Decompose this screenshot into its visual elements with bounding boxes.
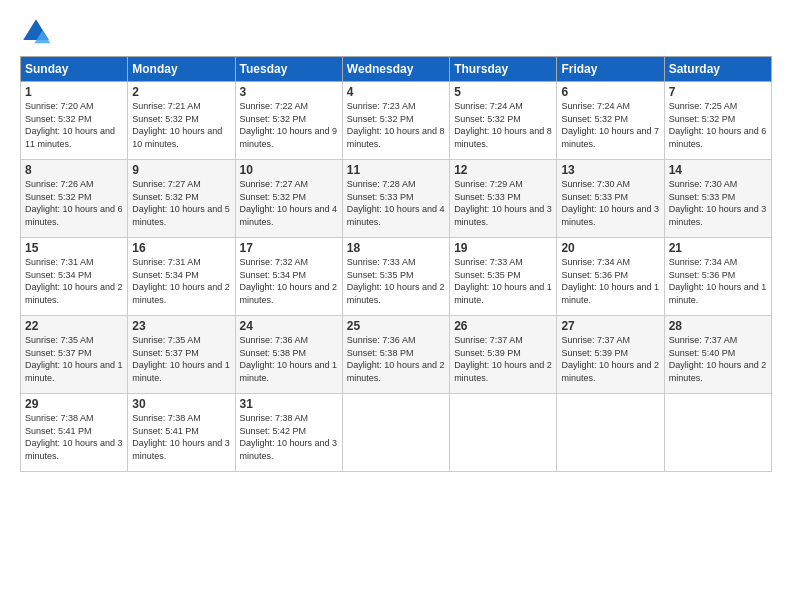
calendar-day-cell: 12 Sunrise: 7:29 AMSunset: 5:33 PMDaylig…	[450, 160, 557, 238]
day-info: Sunrise: 7:37 AMSunset: 5:39 PMDaylight:…	[454, 335, 552, 383]
day-number: 11	[347, 163, 445, 177]
day-info: Sunrise: 7:24 AMSunset: 5:32 PMDaylight:…	[454, 101, 552, 149]
logo	[20, 16, 58, 48]
day-number: 14	[669, 163, 767, 177]
calendar-day-cell: 27 Sunrise: 7:37 AMSunset: 5:39 PMDaylig…	[557, 316, 664, 394]
day-info: Sunrise: 7:33 AMSunset: 5:35 PMDaylight:…	[454, 257, 552, 305]
day-number: 21	[669, 241, 767, 255]
day-number: 1	[25, 85, 123, 99]
calendar-day-cell: 22 Sunrise: 7:35 AMSunset: 5:37 PMDaylig…	[21, 316, 128, 394]
day-info: Sunrise: 7:32 AMSunset: 5:34 PMDaylight:…	[240, 257, 338, 305]
calendar-day-cell: 18 Sunrise: 7:33 AMSunset: 5:35 PMDaylig…	[342, 238, 449, 316]
day-info: Sunrise: 7:28 AMSunset: 5:33 PMDaylight:…	[347, 179, 445, 227]
calendar: SundayMondayTuesdayWednesdayThursdayFrid…	[20, 56, 772, 472]
calendar-day-cell: 21 Sunrise: 7:34 AMSunset: 5:36 PMDaylig…	[664, 238, 771, 316]
day-number: 9	[132, 163, 230, 177]
day-number: 15	[25, 241, 123, 255]
day-info: Sunrise: 7:24 AMSunset: 5:32 PMDaylight:…	[561, 101, 659, 149]
day-info: Sunrise: 7:36 AMSunset: 5:38 PMDaylight:…	[240, 335, 338, 383]
day-info: Sunrise: 7:27 AMSunset: 5:32 PMDaylight:…	[240, 179, 338, 227]
calendar-day-cell: 30 Sunrise: 7:38 AMSunset: 5:41 PMDaylig…	[128, 394, 235, 472]
day-info: Sunrise: 7:27 AMSunset: 5:32 PMDaylight:…	[132, 179, 230, 227]
calendar-day-cell: 16 Sunrise: 7:31 AMSunset: 5:34 PMDaylig…	[128, 238, 235, 316]
calendar-day-cell: 23 Sunrise: 7:35 AMSunset: 5:37 PMDaylig…	[128, 316, 235, 394]
weekday-header: Sunday	[21, 57, 128, 82]
calendar-day-cell: 25 Sunrise: 7:36 AMSunset: 5:38 PMDaylig…	[342, 316, 449, 394]
calendar-day-cell: 2 Sunrise: 7:21 AMSunset: 5:32 PMDayligh…	[128, 82, 235, 160]
calendar-day-cell: 5 Sunrise: 7:24 AMSunset: 5:32 PMDayligh…	[450, 82, 557, 160]
day-number: 12	[454, 163, 552, 177]
day-number: 23	[132, 319, 230, 333]
day-number: 10	[240, 163, 338, 177]
day-info: Sunrise: 7:26 AMSunset: 5:32 PMDaylight:…	[25, 179, 123, 227]
calendar-week-row: 8 Sunrise: 7:26 AMSunset: 5:32 PMDayligh…	[21, 160, 772, 238]
day-number: 27	[561, 319, 659, 333]
calendar-day-cell: 17 Sunrise: 7:32 AMSunset: 5:34 PMDaylig…	[235, 238, 342, 316]
day-info: Sunrise: 7:38 AMSunset: 5:41 PMDaylight:…	[132, 413, 230, 461]
day-number: 6	[561, 85, 659, 99]
day-info: Sunrise: 7:31 AMSunset: 5:34 PMDaylight:…	[132, 257, 230, 305]
day-info: Sunrise: 7:35 AMSunset: 5:37 PMDaylight:…	[132, 335, 230, 383]
day-number: 17	[240, 241, 338, 255]
day-info: Sunrise: 7:33 AMSunset: 5:35 PMDaylight:…	[347, 257, 445, 305]
calendar-day-cell: 20 Sunrise: 7:34 AMSunset: 5:36 PMDaylig…	[557, 238, 664, 316]
calendar-day-cell: 26 Sunrise: 7:37 AMSunset: 5:39 PMDaylig…	[450, 316, 557, 394]
day-number: 7	[669, 85, 767, 99]
calendar-day-cell: 24 Sunrise: 7:36 AMSunset: 5:38 PMDaylig…	[235, 316, 342, 394]
calendar-day-cell: 11 Sunrise: 7:28 AMSunset: 5:33 PMDaylig…	[342, 160, 449, 238]
day-number: 8	[25, 163, 123, 177]
day-info: Sunrise: 7:25 AMSunset: 5:32 PMDaylight:…	[669, 101, 767, 149]
day-number: 26	[454, 319, 552, 333]
day-number: 24	[240, 319, 338, 333]
day-info: Sunrise: 7:31 AMSunset: 5:34 PMDaylight:…	[25, 257, 123, 305]
calendar-day-cell: 31 Sunrise: 7:38 AMSunset: 5:42 PMDaylig…	[235, 394, 342, 472]
calendar-day-cell: 15 Sunrise: 7:31 AMSunset: 5:34 PMDaylig…	[21, 238, 128, 316]
calendar-day-cell: 9 Sunrise: 7:27 AMSunset: 5:32 PMDayligh…	[128, 160, 235, 238]
weekday-header: Monday	[128, 57, 235, 82]
day-number: 4	[347, 85, 445, 99]
day-number: 2	[132, 85, 230, 99]
calendar-day-cell: 29 Sunrise: 7:38 AMSunset: 5:41 PMDaylig…	[21, 394, 128, 472]
day-number: 25	[347, 319, 445, 333]
weekday-header: Tuesday	[235, 57, 342, 82]
day-number: 20	[561, 241, 659, 255]
calendar-day-cell	[450, 394, 557, 472]
weekday-header: Wednesday	[342, 57, 449, 82]
day-number: 16	[132, 241, 230, 255]
day-number: 18	[347, 241, 445, 255]
day-number: 31	[240, 397, 338, 411]
calendar-day-cell: 13 Sunrise: 7:30 AMSunset: 5:33 PMDaylig…	[557, 160, 664, 238]
calendar-week-row: 22 Sunrise: 7:35 AMSunset: 5:37 PMDaylig…	[21, 316, 772, 394]
day-info: Sunrise: 7:22 AMSunset: 5:32 PMDaylight:…	[240, 101, 338, 149]
calendar-day-cell: 6 Sunrise: 7:24 AMSunset: 5:32 PMDayligh…	[557, 82, 664, 160]
page: SundayMondayTuesdayWednesdayThursdayFrid…	[0, 0, 792, 612]
calendar-day-cell: 28 Sunrise: 7:37 AMSunset: 5:40 PMDaylig…	[664, 316, 771, 394]
day-info: Sunrise: 7:37 AMSunset: 5:39 PMDaylight:…	[561, 335, 659, 383]
calendar-day-cell	[557, 394, 664, 472]
day-info: Sunrise: 7:38 AMSunset: 5:42 PMDaylight:…	[240, 413, 338, 461]
day-number: 22	[25, 319, 123, 333]
calendar-day-cell: 7 Sunrise: 7:25 AMSunset: 5:32 PMDayligh…	[664, 82, 771, 160]
day-info: Sunrise: 7:21 AMSunset: 5:32 PMDaylight:…	[132, 101, 222, 149]
calendar-day-cell	[664, 394, 771, 472]
logo-icon	[20, 16, 52, 48]
day-number: 28	[669, 319, 767, 333]
day-number: 13	[561, 163, 659, 177]
day-number: 19	[454, 241, 552, 255]
day-info: Sunrise: 7:29 AMSunset: 5:33 PMDaylight:…	[454, 179, 552, 227]
header	[20, 16, 772, 48]
calendar-week-row: 15 Sunrise: 7:31 AMSunset: 5:34 PMDaylig…	[21, 238, 772, 316]
day-info: Sunrise: 7:38 AMSunset: 5:41 PMDaylight:…	[25, 413, 123, 461]
calendar-day-cell: 19 Sunrise: 7:33 AMSunset: 5:35 PMDaylig…	[450, 238, 557, 316]
weekday-header: Saturday	[664, 57, 771, 82]
calendar-week-row: 29 Sunrise: 7:38 AMSunset: 5:41 PMDaylig…	[21, 394, 772, 472]
day-info: Sunrise: 7:34 AMSunset: 5:36 PMDaylight:…	[669, 257, 767, 305]
day-number: 30	[132, 397, 230, 411]
calendar-day-cell: 1 Sunrise: 7:20 AMSunset: 5:32 PMDayligh…	[21, 82, 128, 160]
day-info: Sunrise: 7:23 AMSunset: 5:32 PMDaylight:…	[347, 101, 445, 149]
calendar-day-cell: 8 Sunrise: 7:26 AMSunset: 5:32 PMDayligh…	[21, 160, 128, 238]
weekday-header: Thursday	[450, 57, 557, 82]
day-info: Sunrise: 7:34 AMSunset: 5:36 PMDaylight:…	[561, 257, 659, 305]
day-info: Sunrise: 7:20 AMSunset: 5:32 PMDaylight:…	[25, 101, 115, 149]
day-info: Sunrise: 7:30 AMSunset: 5:33 PMDaylight:…	[669, 179, 767, 227]
